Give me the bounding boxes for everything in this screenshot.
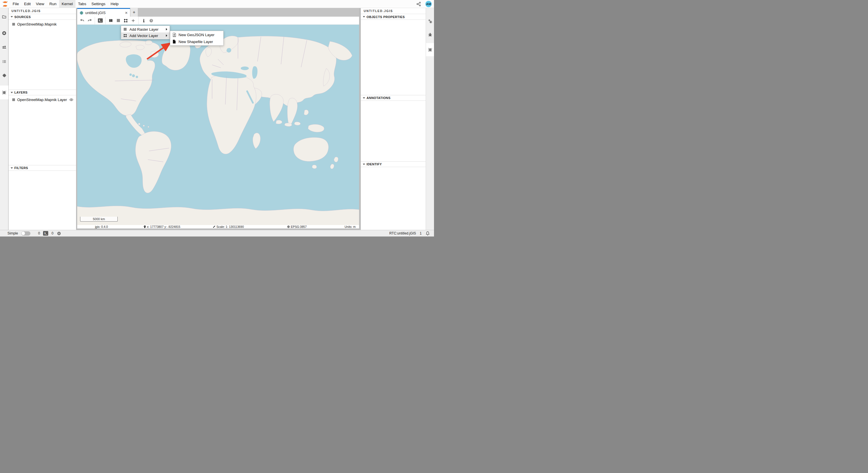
property-inspector-tab[interactable]: [426, 15, 434, 28]
filters-section-header[interactable]: FILTERS: [9, 165, 76, 171]
world-map: [77, 25, 359, 225]
menu-settings[interactable]: Settings: [89, 0, 108, 8]
console-button[interactable]: $_: [96, 17, 104, 24]
redo-icon: [87, 18, 92, 23]
menu-file[interactable]: File: [10, 0, 22, 8]
close-tab-icon[interactable]: ✕: [125, 11, 128, 15]
menu-item-new-geojson-layer[interactable]: New GeoJSON Layer: [170, 31, 223, 38]
visibility-eye-icon[interactable]: [69, 98, 73, 102]
map-scale-bar: 5000 km: [80, 217, 118, 222]
sources-section-header[interactable]: SOURCES: [9, 14, 76, 20]
add-vector-button[interactable]: [122, 17, 129, 24]
table-of-contents-tab[interactable]: [0, 55, 8, 68]
bug-icon: [428, 32, 433, 37]
list-icon: [2, 59, 7, 64]
gears-icon: [428, 19, 433, 24]
sources-section-body: OpenStreetMap.Mapnik: [9, 22, 76, 90]
right-panel-title: UNTITLED.JGIS: [361, 8, 426, 14]
annotations-body: [361, 101, 426, 161]
raster-grid-icon: [12, 98, 16, 102]
right-sidebar-panel: UNTITLED.JGIS OBJECTS PROPERTIES ANNOTAT…: [361, 8, 426, 230]
extensions-tab[interactable]: [0, 69, 8, 82]
menu-bar: File Edit View Run Kernel Tabs Settings …: [0, 0, 434, 8]
add-raster-button[interactable]: [115, 17, 122, 24]
undo-button[interactable]: [79, 17, 86, 24]
share-icon[interactable]: [416, 1, 422, 7]
globe-icon: [2, 90, 7, 95]
open-book-icon: [108, 19, 113, 23]
layers-section-body: OpenStreetMap.Mapnik Layer: [9, 97, 76, 165]
menu-tabs[interactable]: Tabs: [75, 0, 89, 8]
kernel-count[interactable]: 0: [51, 231, 53, 235]
left-sidebar-panel: UNTITLED.JGIS SOURCES OpenStreetMap.Mapn…: [9, 8, 76, 230]
layer-item-label: OpenStreetMap.Mapnik Layer: [17, 98, 67, 102]
document-tab[interactable]: untitled.jGIS ✕: [77, 8, 130, 17]
globe-icon: [428, 48, 433, 52]
identify-header[interactable]: IDENTIFY: [361, 161, 426, 167]
layer-item[interactable]: OpenStreetMap.Mapnik Layer: [9, 97, 76, 102]
terminal-icon[interactable]: $_: [43, 231, 48, 235]
layers-section-header[interactable]: LAYERS: [9, 90, 76, 95]
sources-label: SOURCES: [14, 15, 31, 19]
menu-run[interactable]: Run: [47, 0, 59, 8]
annotations-header[interactable]: ANNOTATIONS: [361, 95, 426, 101]
geojson-file-icon: [173, 33, 176, 37]
globe-grid-icon: [287, 225, 290, 228]
menu-view[interactable]: View: [33, 0, 47, 8]
basemap-button[interactable]: [107, 17, 115, 24]
add-vector-submenu: New GeoJSON Layer New Shapefile Layer: [170, 31, 224, 45]
identify-button[interactable]: [140, 17, 148, 24]
chevron-down-icon: [363, 164, 365, 165]
document-tab-bar: untitled.jGIS ✕ +: [77, 8, 359, 17]
map-crs: EPSG:3857: [287, 225, 307, 228]
stop-circle-icon: [2, 31, 7, 36]
tab-title: untitled.jGIS: [85, 11, 105, 15]
identify-label: IDENTIFY: [367, 162, 382, 166]
submenu-arrow-icon: [166, 28, 167, 30]
menu-edit[interactable]: Edit: [22, 0, 33, 8]
simple-mode-toggle[interactable]: [21, 231, 30, 235]
notification-count[interactable]: 1: [420, 231, 422, 235]
vector-square-icon: [123, 19, 128, 23]
user-avatar[interactable]: AM: [425, 1, 432, 7]
debugger-tab[interactable]: [426, 28, 434, 41]
chevron-down-icon: [11, 92, 13, 93]
map-canvas[interactable]: 5000 km: [77, 25, 359, 225]
raster-grid-icon: [12, 22, 16, 26]
new-launcher-button[interactable]: +: [130, 8, 138, 17]
jgis-version: jgis: 0.4.0: [95, 225, 108, 228]
jgis-panel-tab[interactable]: [0, 86, 8, 99]
shapefile-icon: [173, 40, 176, 43]
temporal-controller-button[interactable]: [148, 17, 155, 24]
objects-properties-body: [361, 20, 426, 95]
rtc-session-label[interactable]: RTC:untitled.jGIS: [389, 231, 416, 235]
collaboration-tab[interactable]: [0, 41, 8, 53]
jgis-right-panel-tab[interactable]: [426, 43, 434, 56]
bell-icon[interactable]: [425, 231, 430, 235]
map-units: Units: m: [344, 225, 355, 228]
menu-item-new-shapefile-layer[interactable]: New Shapefile Layer: [170, 38, 223, 45]
chevron-down-icon: [11, 167, 13, 169]
file-browser-tab[interactable]: [0, 10, 8, 23]
terminal-count[interactable]: 0: [38, 231, 40, 235]
filters-label: FILTERS: [14, 166, 28, 169]
map-toolbar: $_: [77, 17, 359, 25]
running-sessions-tab[interactable]: [0, 27, 8, 39]
raster-grid-icon: [123, 27, 127, 31]
new-layer-button[interactable]: [129, 17, 137, 24]
objects-properties-header[interactable]: OBJECTS PROPERTIES: [361, 14, 426, 20]
redo-button[interactable]: [86, 17, 93, 24]
plus-icon: [131, 19, 135, 23]
status-bar: Simple 0 $_ 0 RTC:untitled.jGIS 1: [0, 230, 434, 236]
map-status-bar: jgis: 0.4.0 x: 17773807 y: -9224815 Scal…: [77, 225, 359, 228]
menu-item-add-raster-layer[interactable]: Add Raster Layer: [121, 26, 169, 32]
jupyterlab-window: File Edit View Run Kernel Tabs Settings …: [0, 0, 434, 236]
puzzle-icon: [2, 73, 7, 78]
menu-item-add-vector-layer[interactable]: Add Vector Layer: [121, 32, 169, 39]
map-scale-readout: Scale: 1: 130113690: [213, 225, 244, 228]
menu-help[interactable]: Help: [108, 0, 121, 8]
cursor-coordinates: x: 17773807 y: -9224815: [144, 225, 180, 228]
source-item[interactable]: OpenStreetMap.Mapnik: [9, 22, 76, 27]
menu-kernel[interactable]: Kernel: [59, 0, 75, 8]
kernel-chip-icon[interactable]: [57, 231, 61, 236]
